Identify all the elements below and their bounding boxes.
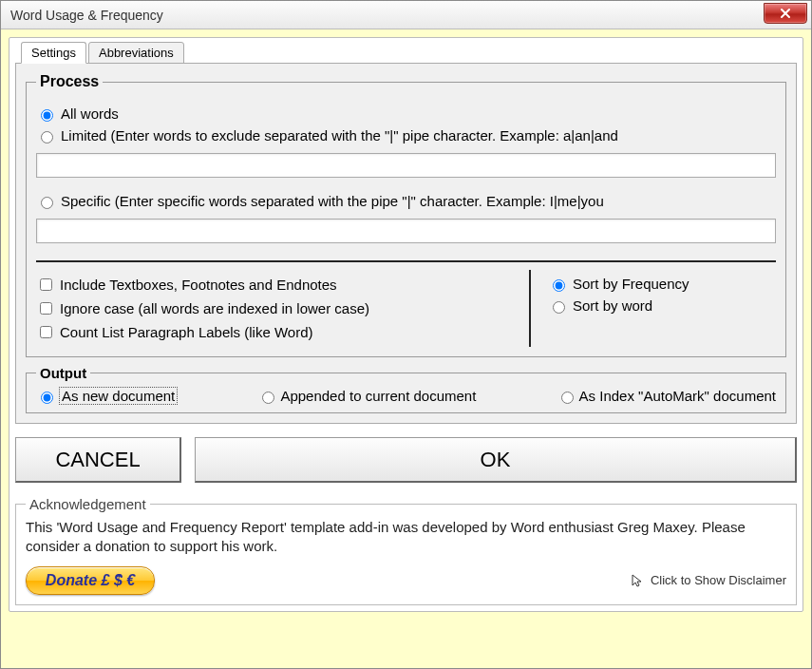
check-count-labels[interactable]: Count List Paragraph Labels (like Word)	[36, 323, 518, 341]
limited-words-input[interactable]	[36, 153, 776, 178]
separator-line	[36, 260, 776, 262]
radio-output-appended-input[interactable]	[262, 392, 274, 404]
acknowledgement-text: This 'Word Usage and Frequency Report' t…	[26, 518, 786, 557]
check-include-textboxes[interactable]: Include Textboxes, Footnotes and Endnote…	[36, 276, 518, 294]
acknowledgement-group: Acknowledgement This 'Word Usage and Fre…	[15, 496, 797, 605]
radio-limited[interactable]: Limited (Enter words to exclude separate…	[36, 127, 776, 143]
radio-sort-frequency-input[interactable]	[553, 279, 565, 292]
process-group: Process All words Limited (Enter words t…	[26, 73, 786, 357]
radio-sort-frequency[interactable]: Sort by Frequency	[548, 276, 776, 292]
close-icon	[780, 8, 791, 19]
radio-specific-label: Specific (Enter specific words separated…	[61, 193, 604, 209]
radio-specific-input[interactable]	[41, 197, 53, 209]
radio-all-words-input[interactable]	[41, 109, 53, 122]
options-right: Sort by Frequency Sort by word	[529, 270, 776, 347]
check-include-textboxes-input[interactable]	[40, 278, 52, 291]
disclaimer-label: Click to Show Disclaimer	[651, 573, 786, 587]
cancel-button[interactable]: CANCEL	[15, 437, 181, 483]
output-row: As new document Appended to current docu…	[36, 387, 776, 405]
radio-all-words[interactable]: All words	[36, 105, 776, 122]
close-button[interactable]	[764, 3, 807, 24]
button-row: CANCEL OK	[15, 437, 797, 483]
cursor-icon	[630, 573, 645, 588]
dialog-window: Word Usage & Frequency Settings Abbrevia…	[0, 0, 812, 669]
radio-all-words-label: All words	[61, 105, 119, 122]
radio-output-automark-label: As Index "AutoMark" document	[579, 388, 776, 404]
radio-output-automark[interactable]: As Index "AutoMark" document	[557, 388, 776, 404]
disclaimer-link[interactable]: Click to Show Disclaimer	[630, 573, 786, 588]
radio-output-newdoc-input[interactable]	[41, 392, 53, 404]
tabs-row: Settings Abbreviations	[21, 42, 797, 64]
radio-output-automark-input[interactable]	[561, 392, 574, 404]
tab-abbreviations[interactable]: Abbreviations	[88, 42, 184, 64]
radio-sort-word[interactable]: Sort by word	[548, 297, 776, 314]
radio-sort-word-label: Sort by word	[573, 297, 652, 314]
radio-sort-word-input[interactable]	[553, 301, 565, 314]
radio-output-appended-label: Appended to current document	[280, 388, 476, 404]
donate-button[interactable]: Donate £ $ €	[26, 566, 155, 595]
output-group: Output As new document Appended to curre…	[26, 365, 786, 413]
options-row: Include Textboxes, Footnotes and Endnote…	[36, 270, 776, 347]
radio-output-appended[interactable]: Appended to current document	[257, 388, 476, 404]
acknowledgement-footer: Donate £ $ € Click to Show Disclaimer	[26, 566, 786, 595]
radio-output-newdoc[interactable]: As new document	[36, 387, 178, 405]
check-ignore-case[interactable]: Ignore case (all words are indexed in lo…	[36, 299, 518, 317]
check-count-labels-label: Count List Paragraph Labels (like Word)	[60, 324, 313, 340]
options-left: Include Textboxes, Footnotes and Endnote…	[36, 270, 529, 347]
tab-settings[interactable]: Settings	[21, 42, 86, 64]
radio-limited-label: Limited (Enter words to exclude separate…	[61, 127, 618, 143]
radio-output-newdoc-label: As new document	[59, 387, 178, 405]
dialog-body: Settings Abbreviations Process All words…	[1, 29, 811, 668]
check-count-labels-input[interactable]	[40, 326, 52, 338]
window-title: Word Usage & Frequency	[10, 8, 163, 23]
ok-button[interactable]: OK	[195, 437, 797, 483]
radio-limited-input[interactable]	[41, 131, 53, 143]
check-ignore-case-label: Ignore case (all words are indexed in lo…	[60, 300, 369, 316]
tab-content-settings: Process All words Limited (Enter words t…	[15, 63, 797, 424]
specific-words-input[interactable]	[36, 219, 776, 243]
radio-sort-frequency-label: Sort by Frequency	[573, 276, 689, 292]
check-ignore-case-input[interactable]	[40, 302, 52, 315]
process-legend: Process	[36, 73, 103, 90]
main-panel: Settings Abbreviations Process All words…	[9, 37, 803, 612]
acknowledgement-legend: Acknowledgement	[26, 496, 150, 512]
check-include-textboxes-label: Include Textboxes, Footnotes and Endnote…	[60, 277, 337, 293]
output-legend: Output	[36, 365, 90, 381]
radio-specific[interactable]: Specific (Enter specific words separated…	[36, 193, 776, 209]
titlebar: Word Usage & Frequency	[1, 1, 811, 29]
